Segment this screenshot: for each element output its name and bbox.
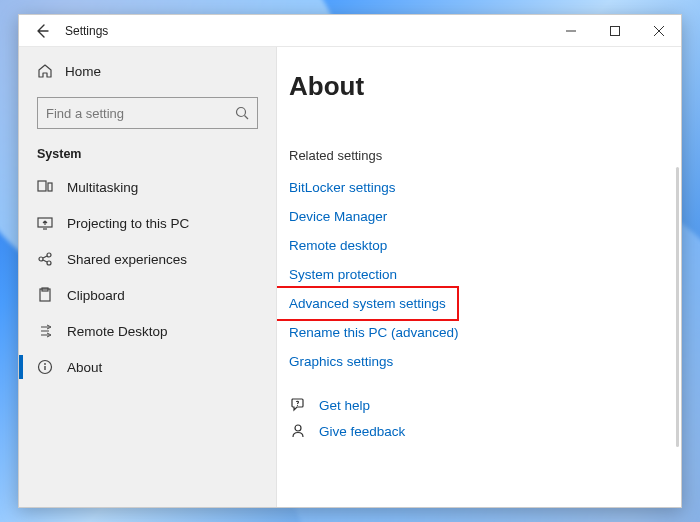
home-nav-item[interactable]: Home bbox=[19, 55, 276, 87]
svg-point-11 bbox=[44, 363, 46, 365]
svg-rect-3 bbox=[48, 183, 52, 191]
nav-item-multitasking[interactable]: Multitasking bbox=[19, 169, 276, 205]
nav-item-label: Remote Desktop bbox=[67, 324, 168, 339]
give-feedback-link[interactable]: Give feedback bbox=[289, 422, 681, 440]
nav-item-label: Multitasking bbox=[67, 180, 138, 195]
search-box[interactable] bbox=[37, 97, 258, 129]
nav-item-label: About bbox=[67, 360, 102, 375]
home-label: Home bbox=[65, 64, 101, 79]
search-input[interactable] bbox=[46, 106, 235, 121]
link-remote-desktop[interactable]: Remote desktop bbox=[277, 231, 387, 260]
nav-item-projecting[interactable]: Projecting to this PC bbox=[19, 205, 276, 241]
nav-item-about[interactable]: About bbox=[19, 349, 276, 385]
give-feedback-label: Give feedback bbox=[319, 424, 405, 439]
section-label: System bbox=[19, 143, 276, 169]
svg-rect-2 bbox=[38, 181, 46, 191]
svg-point-12 bbox=[297, 405, 298, 406]
settings-window: Settings Home System Multitasking bbox=[18, 14, 682, 508]
link-rename-pc[interactable]: Rename this PC (advanced) bbox=[277, 318, 459, 347]
nav-item-remote-desktop[interactable]: Remote Desktop bbox=[19, 313, 276, 349]
nav-item-label: Clipboard bbox=[67, 288, 125, 303]
title-bar: Settings bbox=[19, 15, 681, 47]
nav-list: Multitasking Projecting to this PC Share… bbox=[19, 169, 276, 385]
svg-point-13 bbox=[295, 425, 301, 431]
svg-point-5 bbox=[39, 257, 43, 261]
page-title: About bbox=[277, 71, 681, 130]
close-icon bbox=[654, 26, 664, 36]
nav-item-label: Shared experiences bbox=[67, 252, 187, 267]
get-help-label: Get help bbox=[319, 398, 370, 413]
get-help-link[interactable]: Get help bbox=[289, 396, 681, 414]
related-settings-heading: Related settings bbox=[277, 130, 681, 173]
info-icon bbox=[37, 359, 53, 375]
share-icon bbox=[37, 251, 53, 267]
svg-point-7 bbox=[47, 261, 51, 265]
related-links-list: BitLocker settings Device Manager Remote… bbox=[277, 173, 681, 376]
link-advanced-system-settings[interactable]: Advanced system settings bbox=[277, 289, 456, 318]
home-icon bbox=[37, 63, 53, 79]
arrow-left-icon bbox=[34, 23, 50, 39]
project-icon bbox=[37, 215, 53, 231]
link-graphics-settings[interactable]: Graphics settings bbox=[277, 347, 393, 376]
close-button[interactable] bbox=[637, 15, 681, 47]
help-icon bbox=[290, 397, 306, 413]
multitasking-icon bbox=[37, 179, 53, 195]
back-button[interactable] bbox=[33, 22, 51, 40]
remote-icon bbox=[37, 323, 53, 339]
search-icon bbox=[235, 106, 249, 120]
nav-item-label: Projecting to this PC bbox=[67, 216, 189, 231]
svg-point-6 bbox=[47, 253, 51, 257]
minimize-icon bbox=[566, 26, 576, 36]
scrollbar[interactable] bbox=[676, 167, 679, 447]
svg-rect-0 bbox=[611, 26, 620, 35]
main-panel: About Related settings BitLocker setting… bbox=[277, 47, 681, 507]
svg-point-1 bbox=[237, 108, 246, 117]
window-title: Settings bbox=[65, 24, 108, 38]
link-system-protection[interactable]: System protection bbox=[277, 260, 397, 289]
nav-item-shared[interactable]: Shared experiences bbox=[19, 241, 276, 277]
clipboard-icon bbox=[37, 287, 53, 303]
maximize-button[interactable] bbox=[593, 15, 637, 47]
sidebar: Home System Multitasking Projecting to t… bbox=[19, 47, 277, 507]
nav-item-clipboard[interactable]: Clipboard bbox=[19, 277, 276, 313]
feedback-icon bbox=[290, 423, 306, 439]
link-bitlocker[interactable]: BitLocker settings bbox=[277, 173, 396, 202]
minimize-button[interactable] bbox=[549, 15, 593, 47]
link-device-manager[interactable]: Device Manager bbox=[277, 202, 387, 231]
maximize-icon bbox=[610, 26, 620, 36]
